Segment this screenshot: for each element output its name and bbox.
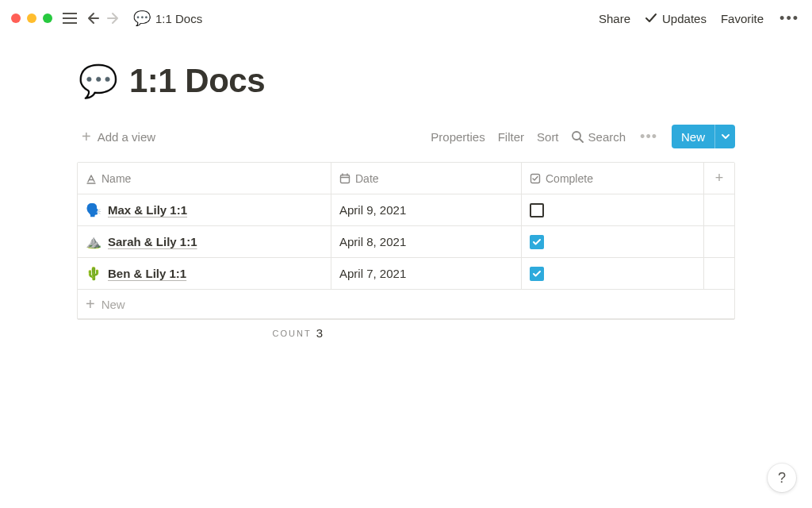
page: 💬 1:1 Docs + Add a view Properties Filte… — [0, 37, 812, 346]
row-name[interactable]: Sarah & Lily 1:1 — [108, 235, 197, 248]
properties-button[interactable]: Properties — [431, 130, 485, 144]
check-icon — [532, 269, 542, 279]
complete-cell[interactable] — [522, 194, 704, 226]
column-header-name[interactable]: Name — [78, 163, 331, 194]
column-header-complete[interactable]: Complete — [522, 163, 704, 194]
table-footer: COUNT 3 — [77, 320, 735, 346]
checkbox-icon — [530, 173, 541, 184]
row-name[interactable]: Ben & Lily 1:1 — [108, 267, 186, 280]
breadcrumb[interactable]: 💬 1:1 Docs — [128, 10, 207, 27]
more-menu-button[interactable]: ••• — [778, 10, 801, 27]
add-column-button[interactable]: + — [704, 163, 734, 194]
date-cell[interactable]: April 8, 2021 — [331, 226, 522, 258]
database-table: Name Date Complete + 🗣️Max & Lily 1:1Apr… — [77, 162, 735, 320]
table-row: 🗣️Max & Lily 1:1April 9, 2021 — [78, 194, 734, 226]
breadcrumb-title: 1:1 Docs — [155, 12, 202, 25]
complete-cell[interactable] — [522, 226, 704, 258]
arrow-left-icon — [85, 11, 99, 25]
count-value: 3 — [316, 326, 323, 340]
date-cell[interactable]: April 7, 2021 — [331, 258, 522, 290]
view-controls: + Add a view Properties Filter Sort Sear… — [77, 121, 735, 152]
trailing-cell — [704, 226, 734, 258]
check-icon — [532, 237, 542, 247]
close-window-icon[interactable] — [11, 13, 21, 23]
updates-button[interactable]: Updates — [645, 12, 707, 25]
count-cell[interactable]: COUNT 3 — [77, 320, 331, 346]
page-title[interactable]: 1:1 Docs — [129, 62, 265, 100]
check-icon — [645, 12, 657, 25]
sort-button[interactable]: Sort — [537, 130, 559, 144]
chevron-down-icon — [722, 134, 730, 139]
checkbox[interactable] — [530, 267, 544, 281]
date-cell[interactable]: April 9, 2021 — [331, 194, 522, 226]
row-icon: ⛰️ — [86, 236, 102, 248]
table-header: Name Date Complete + — [78, 163, 734, 194]
text-icon — [86, 173, 97, 184]
hamburger-icon — [63, 13, 77, 24]
row-icon: 🗣️ — [86, 204, 102, 217]
trailing-cell — [704, 194, 734, 226]
window-controls — [11, 13, 59, 23]
column-header-name-label: Name — [102, 172, 131, 185]
arrow-right-icon — [107, 11, 121, 25]
row-name[interactable]: Max & Lily 1:1 — [108, 203, 187, 217]
back-button[interactable] — [81, 7, 103, 29]
help-icon: ? — [778, 470, 786, 487]
search-label: Search — [588, 130, 626, 144]
forward-button — [103, 7, 125, 29]
search-icon — [572, 131, 584, 143]
filter-button[interactable]: Filter — [498, 130, 524, 144]
plus-icon: + — [715, 170, 724, 187]
checkbox[interactable] — [530, 203, 544, 217]
share-button[interactable]: Share — [599, 12, 630, 25]
new-button-dropdown[interactable] — [714, 125, 735, 148]
column-header-date[interactable]: Date — [331, 163, 522, 194]
page-title-row: 💬 1:1 Docs — [79, 62, 735, 100]
minimize-window-icon[interactable] — [27, 13, 36, 23]
checkbox[interactable] — [530, 235, 544, 249]
svg-rect-1 — [341, 175, 350, 183]
maximize-window-icon[interactable] — [43, 13, 52, 23]
view-more-button[interactable]: ••• — [638, 129, 659, 145]
updates-label: Updates — [662, 12, 707, 25]
speech-bubble-icon: 💬 — [133, 11, 151, 25]
search-button[interactable]: Search — [572, 130, 626, 144]
column-header-complete-label: Complete — [546, 172, 593, 185]
column-header-date-label: Date — [355, 172, 379, 185]
help-button[interactable]: ? — [768, 464, 796, 492]
plus-icon: + — [82, 129, 91, 144]
new-row-button[interactable]: + New — [78, 290, 734, 319]
add-view-button[interactable]: + Add a view — [82, 129, 155, 144]
trailing-cell — [704, 258, 734, 290]
menu-button[interactable] — [59, 7, 81, 29]
complete-cell[interactable] — [522, 258, 704, 290]
table-row: ⛰️Sarah & Lily 1:1April 8, 2021 — [78, 226, 734, 258]
page-icon[interactable]: 💬 — [79, 65, 118, 97]
add-view-label: Add a view — [98, 130, 155, 144]
table-row: 🌵Ben & Lily 1:1April 7, 2021 — [78, 258, 734, 290]
topbar: 💬 1:1 Docs Share Updates Favorite ••• — [0, 0, 812, 37]
new-button[interactable]: New — [672, 125, 735, 148]
name-cell[interactable]: 🌵Ben & Lily 1:1 — [78, 258, 331, 290]
count-label: COUNT — [273, 329, 312, 338]
new-button-label: New — [672, 125, 714, 148]
name-cell[interactable]: ⛰️Sarah & Lily 1:1 — [78, 226, 331, 258]
calendar-icon — [339, 173, 350, 184]
row-icon: 🌵 — [86, 267, 102, 280]
plus-icon: + — [86, 296, 95, 312]
name-cell[interactable]: 🗣️Max & Lily 1:1 — [78, 194, 331, 226]
top-actions: Share Updates Favorite ••• — [599, 10, 801, 27]
new-row-label: New — [102, 298, 125, 311]
favorite-button[interactable]: Favorite — [721, 12, 764, 25]
